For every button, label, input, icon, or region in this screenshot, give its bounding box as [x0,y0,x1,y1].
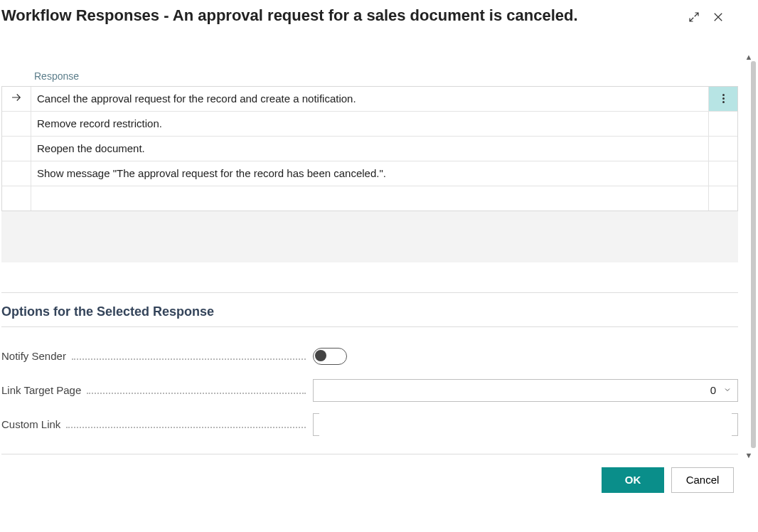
ok-button[interactable]: OK [602,467,664,493]
response-grid: Cancel the approval request for the reco… [1,86,738,211]
row-actions-button[interactable] [708,161,737,186]
response-grid-section: Response Cancel the approval request for… [0,66,740,262]
divider [1,454,738,454]
notify-sender-toggle[interactable] [313,348,347,365]
response-text[interactable]: Remove record restriction. [31,112,708,136]
divider [1,326,738,327]
close-icon[interactable] [710,9,727,26]
response-row[interactable]: Show message "The approval request for t… [2,161,737,186]
response-row[interactable]: Remove record restriction. [2,112,737,137]
custom-link-input[interactable] [319,413,732,436]
row-actions-button[interactable] [708,186,737,211]
scrollbar-track[interactable] [751,61,756,448]
vertical-scrollbar[interactable]: ▲ ▼ [740,50,758,462]
more-vertical-icon [722,94,725,103]
link-target-page-value: 0 [710,384,716,396]
custom-link-row: Custom Link [1,413,738,437]
dialog-header: Workflow Responses - An approval request… [0,0,740,26]
response-text[interactable]: Show message "The approval request for t… [31,161,708,186]
notify-sender-label: Notify Sender [1,350,70,362]
row-actions-button[interactable] [708,112,737,136]
row-actions-button[interactable] [708,87,737,111]
row-actions-button[interactable] [708,137,737,161]
options-section: Options for the Selected Response Notify… [0,292,740,493]
response-text[interactable] [31,186,708,211]
response-row[interactable]: Cancel the approval request for the reco… [2,87,737,112]
link-target-page-row: Link Target Page 0 [1,378,738,403]
response-text[interactable]: Cancel the approval request for the reco… [31,87,708,111]
options-section-title: Options for the Selected Response [1,304,738,319]
expand-icon[interactable] [685,9,703,26]
response-row-empty[interactable] [2,186,737,211]
custom-link-label: Custom Link [1,418,65,430]
current-row-arrow-icon [10,91,23,107]
page-title: Workflow Responses - An approval request… [1,6,685,26]
notify-sender-row: Notify Sender [1,344,738,368]
cancel-button[interactable]: Cancel [671,467,734,493]
toggle-knob-icon [315,350,326,361]
divider [1,292,738,293]
chevron-down-icon [723,384,732,396]
response-row[interactable]: Reopen the document. [2,137,737,161]
link-target-page-field[interactable]: 0 [313,379,738,402]
scroll-down-arrow-icon[interactable]: ▼ [740,448,758,462]
response-text[interactable]: Reopen the document. [31,137,708,161]
link-target-page-label: Link Target Page [1,384,85,396]
dialog-footer: OK Cancel [1,467,738,493]
dots-fill [66,427,306,428]
dots-fill [72,358,306,360]
response-column-header[interactable]: Response [30,70,79,86]
dots-fill [87,393,306,394]
custom-link-field[interactable] [313,413,738,436]
grid-filler [1,211,738,262]
